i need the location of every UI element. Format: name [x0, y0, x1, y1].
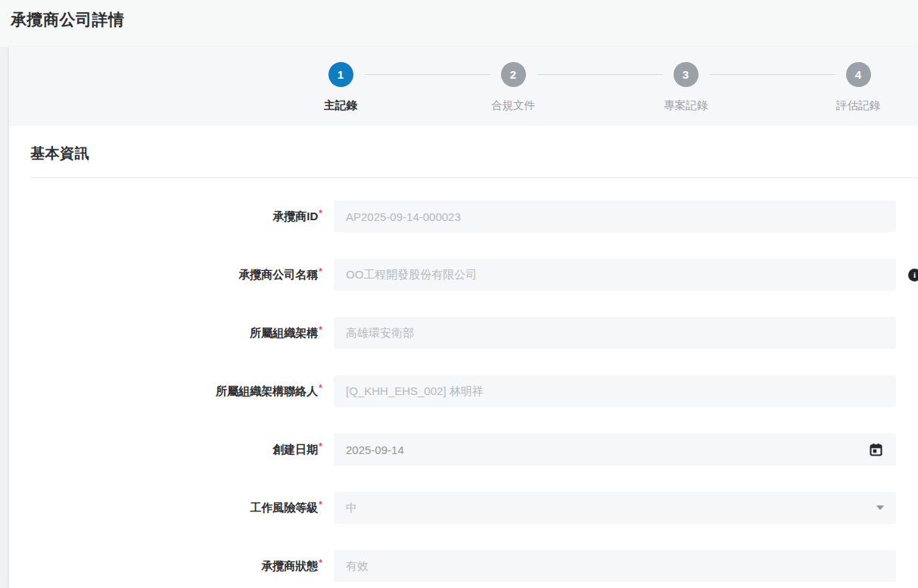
step-label: 合規文件 — [460, 98, 566, 113]
step-main-record[interactable]: 1 主記錄 — [288, 62, 394, 113]
step-project-records[interactable]: 3 專案記錄 — [633, 62, 739, 113]
company-name-input[interactable]: OO工程開發股份有限公司 — [334, 259, 896, 291]
step-number-badge: 4 — [846, 62, 871, 87]
field-value: 有效 — [346, 559, 369, 574]
field-value: 高雄環安衛部 — [346, 326, 414, 341]
step-number-badge: 2 — [501, 62, 526, 87]
field-label: 承攬商狀態* — [30, 559, 322, 574]
contractor-status-input[interactable]: 有效 — [334, 550, 896, 582]
field-value: OO工程開發股份有限公司 — [346, 268, 477, 282]
required-asterisk: * — [319, 266, 322, 277]
field-value: [Q_KHH_EHS_002] 林明祥 — [346, 384, 484, 399]
calendar-icon[interactable] — [868, 442, 884, 458]
form-row-contractor-id: 承攬商ID* AP2025-09-14-000023 — [30, 201, 918, 232]
contractor-id-input[interactable]: AP2025-09-14-000023 — [334, 201, 896, 232]
field-label: 承攬商ID* — [30, 210, 322, 224]
section-title: 基本資訊 — [30, 144, 918, 163]
creation-date-input[interactable]: 2025-09-14 — [334, 434, 896, 465]
basic-info-section: 基本資訊 承攬商ID* AP2025-09-14-000023 承攬商公司名稱*… — [9, 126, 918, 582]
section-divider — [30, 177, 918, 178]
field-label: 創建日期* — [30, 443, 322, 457]
step-label: 主記錄 — [288, 98, 394, 113]
required-asterisk: * — [319, 558, 322, 568]
field-label: 所屬組織架構聯絡人* — [30, 384, 322, 399]
step-number-badge: 1 — [328, 62, 353, 87]
form-row-organization: 所屬組織架構* 高雄環安衛部 — [30, 317, 918, 349]
required-asterisk: * — [319, 441, 322, 452]
step-evaluation-records[interactable]: 4 評估記錄 — [805, 62, 911, 113]
required-asterisk: * — [319, 383, 322, 394]
form-row-contractor-status: 承攬商狀態* 有效 — [30, 550, 918, 582]
chevron-down-icon[interactable] — [876, 506, 884, 510]
work-risk-level-select[interactable]: 中 — [334, 492, 896, 524]
step-label: 評估記錄 — [805, 98, 911, 113]
required-asterisk: * — [319, 325, 322, 335]
organization-input[interactable]: 高雄環安衛部 — [334, 317, 896, 349]
page-title: 承攬商公司詳情 — [11, 9, 918, 30]
step-number-badge: 3 — [674, 62, 699, 87]
form-row-company-name: 承攬商公司名稱* OO工程開發股份有限公司 i — [30, 259, 918, 291]
step-label: 專案記錄 — [633, 98, 739, 113]
info-icon[interactable]: i — [908, 269, 918, 282]
field-value: AP2025-09-14-000023 — [346, 210, 461, 223]
contractor-detail-card: 1 主記錄 2 合規文件 3 專案記錄 4 評估記錄 基本資訊 承攬商ID* A… — [9, 47, 918, 588]
stepper: 1 主記錄 2 合規文件 3 專案記錄 4 評估記錄 — [9, 47, 918, 126]
field-value: 2025-09-14 — [346, 443, 404, 456]
step-compliance-docs[interactable]: 2 合規文件 — [460, 62, 566, 113]
required-asterisk: * — [319, 208, 322, 219]
field-value: 中 — [346, 501, 357, 515]
field-label: 工作風險等級* — [30, 501, 322, 515]
organization-contact-input[interactable]: [Q_KHH_EHS_002] 林明祥 — [334, 375, 896, 407]
field-label: 所屬組織架構* — [30, 326, 322, 341]
form-row-work-risk-level: 工作風險等級* 中 — [30, 492, 918, 524]
field-label: 承攬商公司名稱* — [30, 268, 322, 282]
form-row-organization-contact: 所屬組織架構聯絡人* [Q_KHH_EHS_002] 林明祥 — [30, 375, 918, 407]
form-row-creation-date: 創建日期* 2025-09-14 — [30, 434, 918, 465]
required-asterisk: * — [319, 499, 322, 510]
page-header: 承攬商公司詳情 — [0, 0, 918, 47]
